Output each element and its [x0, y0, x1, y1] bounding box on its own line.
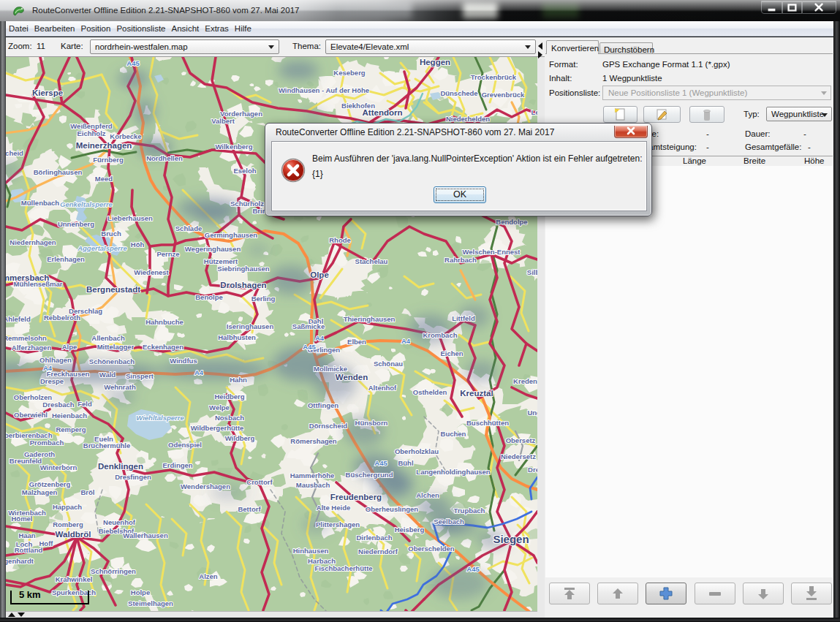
svg-text:Dünschede: Dünschede [440, 89, 477, 97]
svg-text:Mollmicke: Mollmicke [314, 365, 347, 373]
svg-text:Kredenba: Kredenba [513, 377, 537, 385]
svg-text:Bergneustadt: Bergneustadt [86, 285, 140, 294]
svg-text:Dirlenbach: Dirlenbach [356, 534, 392, 542]
svg-text:Benolpe: Benolpe [195, 293, 222, 301]
svg-text:Drolshagen: Drolshagen [220, 281, 266, 289]
svg-text:Freudenberg: Freudenberg [330, 493, 382, 501]
svg-text:Romberg: Romberg [53, 520, 83, 528]
svg-text:Crottorf: Crottorf [246, 478, 273, 486]
svg-text:Remperg: Remperg [56, 425, 86, 433]
svg-text:Ottfingen: Ottfingen [308, 401, 338, 409]
svg-text:Niedernhagen: Niedernhagen [10, 238, 56, 246]
svg-text:Seelbach: Seelbach [434, 517, 464, 526]
svg-text:Valbert: Valbert [211, 117, 235, 125]
svg-text:Heienbach: Heienbach [52, 411, 87, 420]
svg-text:Büschergrund: Büschergrund [346, 471, 393, 479]
svg-text:Rhode: Rhode [329, 236, 351, 244]
svg-text:Hahnbuche: Hahnbuche [145, 318, 183, 326]
svg-text:Wildberg: Wildberg [225, 434, 255, 442]
svg-text:A4: A4 [315, 334, 325, 342]
svg-text:Alferzhagen: Alferzhagen [12, 344, 52, 352]
svg-text:Genkeltalsperre: Genkeltalsperre [60, 200, 113, 208]
svg-text:Wilkenberg: Wilkenberg [215, 143, 252, 151]
svg-text:Wildbergerhütte: Wildbergerhütte [191, 424, 244, 432]
svg-text:Nordhellen: Nordhellen [146, 154, 183, 162]
svg-text:Wegeringhausen: Wegeringhausen [185, 245, 241, 253]
svg-text:Elben: Elben [347, 338, 366, 346]
svg-text:Wendershagen: Wendershagen [181, 482, 230, 490]
svg-text:Hahn: Hahn [230, 376, 247, 384]
svg-text:Brüchermühle: Brüchermühle [83, 441, 130, 450]
svg-text:Silber: Silber [527, 268, 537, 276]
svg-text:Bendolpe: Bendolpe [496, 218, 527, 226]
svg-text:Odenspiel: Odenspiel [168, 441, 202, 449]
svg-text:Berling: Berling [251, 295, 276, 303]
svg-text:Schnörringen: Schnörringen [91, 567, 136, 575]
svg-text:A4: A4 [401, 337, 411, 345]
svg-text:Ahlefeld: Ahlefeld [6, 315, 31, 323]
svg-text:Römershagen: Römershagen [290, 437, 337, 445]
svg-text:Trockenbrück: Trockenbrück [471, 73, 517, 81]
svg-text:Schlade: Schlade [175, 224, 202, 232]
svg-text:Wald: Wald [99, 371, 116, 379]
svg-text:Denklingen: Denklingen [98, 462, 143, 471]
svg-text:Allenbach: Allenbach [91, 334, 125, 342]
svg-text:Lieberhausen: Lieberhausen [107, 214, 153, 222]
svg-text:Bröl: Bröl [81, 488, 95, 496]
svg-text:Siegen: Siegen [493, 533, 529, 545]
svg-text:Keseberg: Keseberg [333, 69, 365, 77]
svg-text:Haan: Haan [18, 531, 35, 539]
svg-text:Müllenbach: Müllenbach [21, 199, 59, 207]
svg-text:Bettorf: Bettorf [238, 505, 261, 513]
svg-text:Siebringhausen: Siebringhausen [217, 265, 269, 273]
svg-text:Alte Heide: Alte Heide [317, 504, 350, 512]
svg-text:Dresbach: Dresbach [42, 401, 74, 409]
svg-text:Kreuztal: Kreuztal [460, 389, 493, 398]
svg-text:Dreis: Dreis [528, 466, 537, 474]
svg-text:A45: A45 [126, 59, 140, 67]
svg-text:Fürnberg: Fürnberg [93, 156, 124, 164]
svg-text:Eichholz: Eichholz [77, 129, 105, 137]
svg-text:Schönau: Schönau [374, 360, 403, 368]
svg-text:Windfus: Windfus [170, 357, 197, 365]
svg-text:Neuenhof: Neuenhof [103, 518, 136, 526]
svg-text:Mittelagger: Mittelagger [97, 343, 135, 351]
svg-text:Oberwiehl: Oberwiehl [14, 411, 48, 419]
svg-text:Buschhütten: Buschhütten [466, 419, 509, 427]
svg-text:Erdingen: Erdingen [162, 461, 192, 469]
svg-text:Iseringhausen: Iseringhausen [227, 322, 274, 330]
svg-text:Alzen: Alzen [199, 572, 218, 580]
svg-text:Altenhof: Altenhof [368, 384, 397, 392]
svg-text:Plittershagen: Plittershagen [316, 520, 360, 528]
svg-text:A45: A45 [303, 343, 316, 351]
svg-text:mmersbach: mmersbach [6, 273, 49, 282]
svg-text:Hinhausen: Hinhausen [293, 547, 329, 555]
svg-text:Welschen-Ennest: Welschen-Ennest [462, 248, 521, 256]
svg-text:Unnenberg: Unnenberg [58, 220, 94, 228]
svg-text:A45: A45 [374, 459, 387, 467]
svg-text:A4: A4 [43, 364, 53, 372]
svg-text:Börlinghausen: Börlinghausen [34, 168, 83, 176]
svg-text:Buchen: Buchen [441, 430, 466, 438]
svg-text:Eichen: Eichen [440, 349, 463, 357]
svg-text:Wallerhausen: Wallerhausen [123, 531, 168, 539]
svg-text:Oberholzklau: Oberholzklau [395, 447, 439, 455]
svg-text:5 km: 5 km [19, 589, 41, 600]
svg-text:Hammerhöhe: Hammerhöhe [290, 471, 335, 479]
svg-text:Grötzenberg: Grötzenberg [29, 480, 71, 488]
svg-text:Niederndorf: Niederndorf [358, 547, 398, 555]
svg-text:Holpe: Holpe [131, 588, 150, 596]
svg-text:Littfeld: Littfeld [452, 314, 475, 322]
svg-text:Malzhagen: Malzhagen [22, 488, 58, 496]
svg-text:Windhausen - Auf der Höhe: Windhausen - Auf der Höhe [279, 86, 369, 94]
svg-text:Oberheuslingen: Oberheuslingen [366, 505, 419, 513]
svg-text:Osthelden: Osthelden [413, 388, 447, 396]
svg-text:Waldbröl: Waldbröl [56, 530, 91, 539]
svg-text:Pernze: Pernze [156, 250, 179, 258]
svg-text:Korbecke: Korbecke [110, 132, 141, 140]
svg-text:Hömel: Hömel [11, 515, 32, 523]
svg-text:Aggertalsperre: Aggertalsperre [77, 244, 127, 252]
svg-text:Schönenbach: Schönenbach [89, 357, 135, 365]
svg-text:Thieringhausen: Thieringhausen [344, 315, 396, 323]
svg-text:Prombach: Prombach [30, 439, 64, 447]
